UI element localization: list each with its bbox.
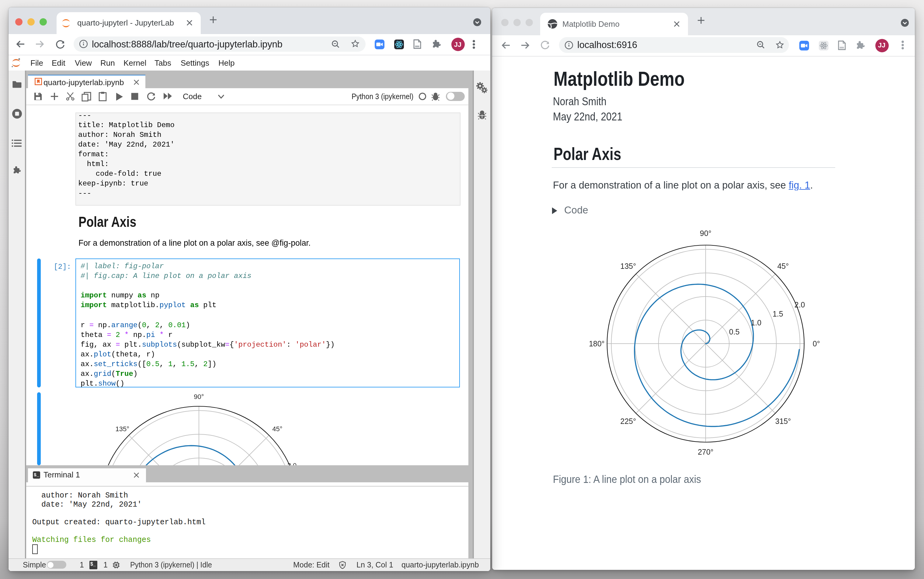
svg-text:90°: 90° [194, 393, 204, 401]
svg-text:180°: 180° [589, 339, 605, 348]
svg-text:45°: 45° [777, 262, 789, 270]
svg-text:45°: 45° [272, 425, 282, 433]
svg-text:225°: 225° [620, 417, 636, 425]
svg-text:0°: 0° [813, 339, 820, 348]
svg-text:2.0: 2.0 [795, 301, 805, 309]
svg-text:1.0: 1.0 [751, 318, 762, 327]
svg-text:1.5: 1.5 [772, 309, 783, 318]
svg-text:0.5: 0.5 [729, 327, 740, 336]
svg-text:135°: 135° [620, 262, 636, 270]
svg-text:270°: 270° [698, 448, 713, 456]
svg-text:2.0: 2.0 [288, 461, 297, 466]
svg-text:315°: 315° [775, 417, 791, 425]
svg-text:135°: 135° [115, 425, 129, 433]
svg-text:90°: 90° [700, 229, 711, 237]
